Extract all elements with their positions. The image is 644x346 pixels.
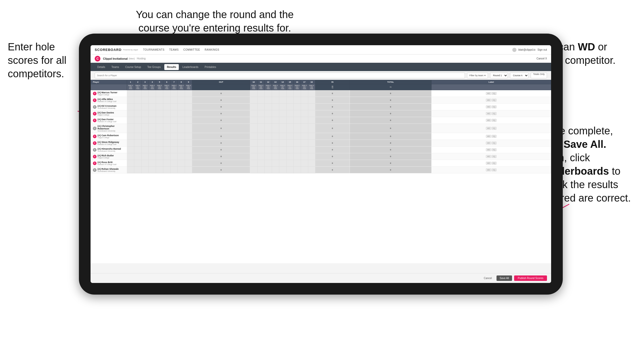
hole-11-score[interactable] bbox=[257, 133, 264, 140]
hole-6-score[interactable] bbox=[163, 147, 171, 153]
hole-5-score[interactable] bbox=[156, 153, 163, 160]
hole-4-score[interactable] bbox=[149, 104, 156, 110]
nav-rankings[interactable]: RANKINGS bbox=[205, 48, 219, 51]
hole-1-score[interactable] bbox=[127, 167, 134, 173]
hole-15-score[interactable] bbox=[286, 110, 293, 117]
hole-15-score[interactable] bbox=[286, 167, 293, 173]
hole-6-score[interactable] bbox=[163, 97, 171, 104]
cancel-button[interactable]: Cancel bbox=[481, 276, 494, 281]
hole-9-score[interactable] bbox=[185, 167, 192, 173]
hole-3-score[interactable] bbox=[142, 110, 149, 117]
hole-5-score[interactable] bbox=[156, 140, 163, 147]
hole-15-score[interactable] bbox=[286, 160, 293, 167]
wd-button[interactable]: WD bbox=[486, 162, 491, 165]
hole-16-score[interactable] bbox=[293, 133, 301, 140]
hole-12-score[interactable] bbox=[264, 104, 272, 110]
hole-14-score[interactable] bbox=[279, 160, 286, 167]
hole-1-score[interactable] bbox=[127, 160, 134, 167]
hole-18-score[interactable] bbox=[308, 167, 315, 173]
hole-3-score[interactable] bbox=[142, 117, 149, 124]
hole-16-score[interactable] bbox=[293, 160, 301, 167]
hole-10-score[interactable] bbox=[250, 153, 257, 160]
hole-10-score[interactable] bbox=[250, 140, 257, 147]
publish-button[interactable]: Publish Round Scores bbox=[514, 275, 547, 281]
hole-11-score[interactable] bbox=[257, 97, 264, 104]
hole-12-score[interactable] bbox=[264, 147, 272, 153]
save-all-button[interactable]: Save All bbox=[497, 275, 512, 281]
hole-11-score[interactable] bbox=[257, 140, 264, 147]
hole-9-score[interactable] bbox=[185, 153, 192, 160]
hole-17-score[interactable] bbox=[301, 97, 308, 104]
hole-3-score[interactable] bbox=[142, 124, 149, 133]
tab-leaderboards[interactable]: Leaderboards bbox=[180, 64, 201, 70]
hole-10-score[interactable] bbox=[250, 167, 257, 173]
hole-10-score[interactable] bbox=[250, 133, 257, 140]
cancel-top-button[interactable]: Cancel X bbox=[536, 57, 547, 60]
hole-1-score[interactable] bbox=[127, 133, 134, 140]
hole-2-score[interactable] bbox=[134, 117, 142, 124]
hole-16-score[interactable] bbox=[293, 110, 301, 117]
hole-14-score[interactable] bbox=[279, 133, 286, 140]
hole-9-score[interactable] bbox=[185, 160, 192, 167]
hole-10-score[interactable] bbox=[250, 160, 257, 167]
dq-button[interactable]: DQ bbox=[492, 135, 497, 138]
hole-5-score[interactable] bbox=[156, 97, 163, 104]
hole-2-score[interactable] bbox=[134, 110, 142, 117]
hole-16-score[interactable] bbox=[293, 140, 301, 147]
hole-5-score[interactable] bbox=[156, 147, 163, 153]
hole-12-score[interactable] bbox=[264, 140, 272, 147]
tab-printables[interactable]: Printables bbox=[202, 64, 219, 70]
hole-12-score[interactable] bbox=[264, 160, 272, 167]
hole-8-score[interactable] bbox=[178, 97, 185, 104]
hole-7-score[interactable] bbox=[171, 160, 178, 167]
hole-17-score[interactable] bbox=[301, 133, 308, 140]
hole-13-score[interactable] bbox=[272, 104, 279, 110]
hole-15-score[interactable] bbox=[286, 117, 293, 124]
hole-1-score[interactable] bbox=[127, 97, 134, 104]
search-input[interactable] bbox=[95, 73, 465, 78]
hole-13-score[interactable] bbox=[272, 110, 279, 117]
hole-14-score[interactable] bbox=[279, 140, 286, 147]
hole-2-score[interactable] bbox=[134, 90, 142, 97]
hole-1-score[interactable] bbox=[127, 110, 134, 117]
hole-1-score[interactable] bbox=[127, 153, 134, 160]
hole-15-score[interactable] bbox=[286, 133, 293, 140]
hole-2-score[interactable] bbox=[134, 147, 142, 153]
hole-4-score[interactable] bbox=[149, 153, 156, 160]
wd-button[interactable]: WD bbox=[486, 148, 491, 151]
wd-button[interactable]: WD bbox=[486, 105, 491, 108]
hole-14-score[interactable] bbox=[279, 147, 286, 153]
hole-11-score[interactable] bbox=[257, 124, 264, 133]
hole-7-score[interactable] bbox=[171, 167, 178, 173]
hole-1-score[interactable] bbox=[127, 140, 134, 147]
hole-8-score[interactable] bbox=[178, 133, 185, 140]
filter-team-button[interactable]: Filter by team ▾ bbox=[467, 73, 488, 78]
hole-7-score[interactable] bbox=[171, 104, 178, 110]
hole-10-score[interactable] bbox=[250, 97, 257, 104]
hole-17-score[interactable] bbox=[301, 167, 308, 173]
round-select[interactable]: Round 1 bbox=[490, 73, 508, 78]
hole-8-score[interactable] bbox=[178, 90, 185, 97]
hole-11-score[interactable] bbox=[257, 117, 264, 124]
hole-6-score[interactable] bbox=[163, 140, 171, 147]
hole-17-score[interactable] bbox=[301, 153, 308, 160]
hole-13-score[interactable] bbox=[272, 167, 279, 173]
sign-out-link[interactable]: Sign out bbox=[537, 48, 547, 51]
hole-17-score[interactable] bbox=[301, 90, 308, 97]
hole-10-score[interactable] bbox=[250, 124, 257, 133]
hole-17-score[interactable] bbox=[301, 124, 308, 133]
wd-button[interactable]: WD bbox=[486, 119, 491, 122]
hole-2-score[interactable] bbox=[134, 167, 142, 173]
hole-2-score[interactable] bbox=[134, 124, 142, 133]
hole-5-score[interactable] bbox=[156, 90, 163, 97]
hole-18-score[interactable] bbox=[308, 147, 315, 153]
hole-18-score[interactable] bbox=[308, 90, 315, 97]
hole-17-score[interactable] bbox=[301, 104, 308, 110]
hole-12-score[interactable] bbox=[264, 97, 272, 104]
dq-button[interactable]: DQ bbox=[492, 155, 497, 158]
tab-tee-groups[interactable]: Tee Groups bbox=[145, 64, 163, 70]
hole-11-score[interactable] bbox=[257, 104, 264, 110]
hole-15-score[interactable] bbox=[286, 147, 293, 153]
dq-button[interactable]: DQ bbox=[492, 162, 497, 165]
dq-button[interactable]: DQ bbox=[492, 92, 497, 95]
